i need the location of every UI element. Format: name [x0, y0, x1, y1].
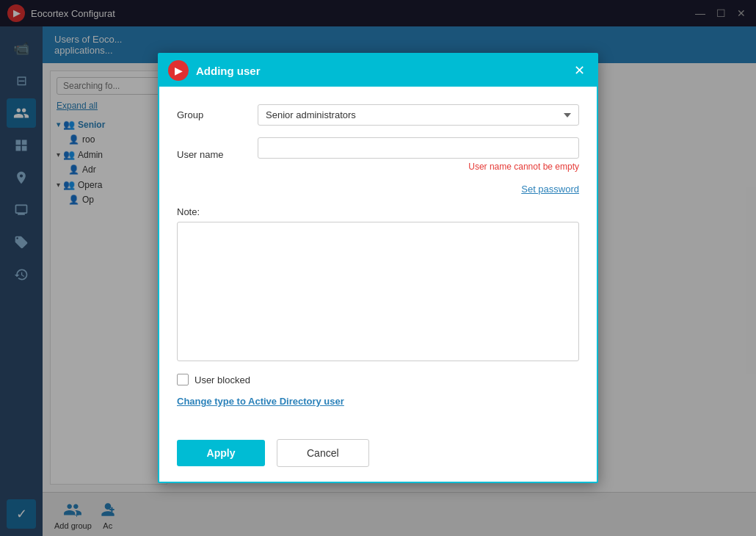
- group-field-row: Group Senior administrators Administrato…: [177, 104, 579, 126]
- group-label: Group: [177, 109, 258, 120]
- group-control: Senior administrators Administrators Ope…: [258, 104, 579, 126]
- dialog-body: Group Senior administrators Administrato…: [159, 87, 597, 433]
- dialog-title: Adding user: [196, 65, 563, 77]
- username-control: User name cannot be empty: [258, 137, 579, 172]
- set-password-link[interactable]: Set password: [177, 184, 579, 195]
- group-select[interactable]: Senior administrators Administrators Ope…: [258, 104, 579, 126]
- adding-user-dialog: ▶ Adding user ✕ Group Senior administrat…: [158, 53, 598, 483]
- user-blocked-checkbox[interactable]: [177, 374, 189, 385]
- username-label: User name: [177, 149, 258, 160]
- dialog-close-button[interactable]: ✕: [570, 62, 588, 79]
- modal-overlay: ▶ Adding user ✕ Group Senior administrat…: [0, 0, 756, 536]
- change-type-link[interactable]: Change type to Active Directory user: [177, 396, 579, 407]
- user-blocked-row: User blocked: [177, 374, 579, 385]
- apply-button[interactable]: Apply: [177, 440, 265, 466]
- note-textarea[interactable]: [177, 222, 579, 361]
- dialog-titlebar: ▶ Adding user ✕: [159, 54, 597, 87]
- dialog-footer: Apply Cancel: [159, 433, 597, 482]
- note-label: Note:: [177, 206, 579, 217]
- username-input[interactable]: [258, 137, 579, 159]
- dialog-logo: ▶: [168, 60, 189, 81]
- username-field-row: User name User name cannot be empty: [177, 137, 579, 172]
- user-blocked-label: User blocked: [195, 374, 250, 385]
- username-error: User name cannot be empty: [258, 162, 579, 172]
- cancel-button[interactable]: Cancel: [277, 439, 369, 467]
